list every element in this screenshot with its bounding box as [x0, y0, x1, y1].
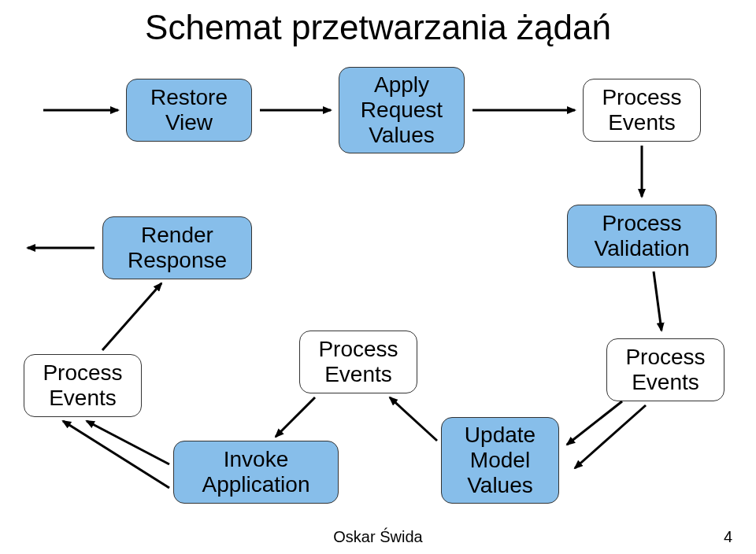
- svg-line-6: [575, 405, 646, 468]
- node-process-events-right: ProcessEvents: [606, 338, 724, 401]
- node-update-model-values: UpdateModelValues: [441, 417, 559, 504]
- node-invoke-application: InvokeApplication: [173, 441, 339, 504]
- svg-line-8: [276, 397, 315, 437]
- node-restore-view: RestoreView: [126, 79, 252, 142]
- node-process-events-topright: ProcessEvents: [583, 79, 701, 142]
- node-process-validation: ProcessValidation: [567, 205, 717, 268]
- footer-author: Oskar Świda: [333, 528, 422, 546]
- node-process-events-left: ProcessEvents: [24, 354, 142, 417]
- svg-line-11: [102, 283, 161, 350]
- footer-page-number: 4: [724, 528, 732, 546]
- svg-line-5: [567, 401, 622, 445]
- svg-line-7: [390, 397, 437, 441]
- node-render-response: RenderResponse: [102, 216, 252, 279]
- node-apply-request-values: ApplyRequestValues: [339, 67, 465, 153]
- svg-line-10: [63, 421, 169, 488]
- svg-line-4: [654, 271, 662, 331]
- svg-line-9: [87, 421, 169, 464]
- node-process-events-mid: ProcessEvents: [299, 331, 417, 393]
- page-title: Schemat przetwarzania żądań: [145, 8, 611, 47]
